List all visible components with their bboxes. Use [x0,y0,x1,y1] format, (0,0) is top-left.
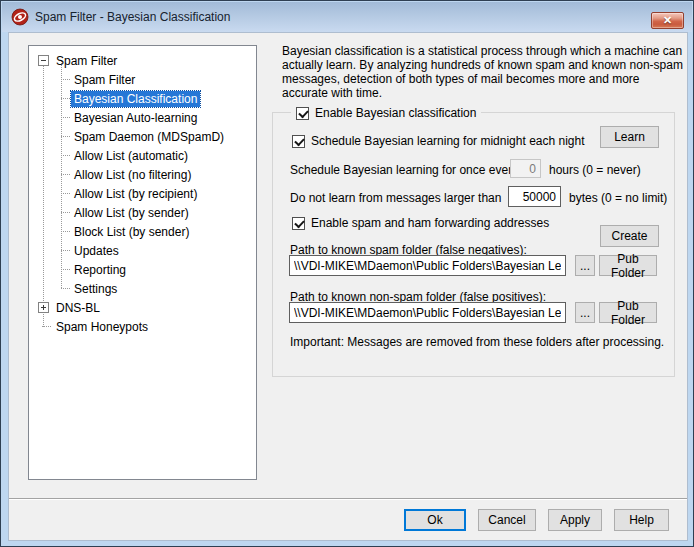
once-every-label: Schedule Bayesian learning for once ever… [290,163,518,177]
description-text: Bayesian classification is a statistical… [282,44,688,100]
max-size-label: Do not learn from messages larger than [290,191,501,205]
sidebar-item-spam-honeypots[interactable]: Spam Honeypots [29,317,256,336]
sidebar-item-spam-filter-root[interactable]: Spam Filter [29,51,256,70]
forwarding-row: Enable spam and ham forwarding addresses [292,216,549,230]
ham-path-browse-button[interactable]: ... [575,302,595,323]
mdaemon-spam-filter-icon [11,8,29,26]
ham-path-pub-folder-button[interactable]: Pub Folder [599,302,657,323]
max-size-input[interactable] [508,186,561,207]
schedule-midnight-row: Schedule Bayesian learning for midnight … [292,134,585,148]
schedule-midnight-checkbox[interactable] [292,135,305,148]
tree-item-label: Allow List (no filtering) [71,167,194,183]
collapse-expander-icon[interactable] [38,55,49,66]
max-size-suffix: bytes (0 = no limit) [569,191,667,205]
create-button[interactable]: Create [600,225,659,247]
settings-tree: Spam Filter Spam Filter Bayesian Classif… [28,45,257,480]
tree-item-label: Reporting [71,262,129,278]
dialog-window: Spam Filter - Bayesian Classification ✕ … [0,0,694,547]
bayesian-groupbox: Enable Bayesian classification Schedule … [272,112,675,377]
sidebar-item-allow-list-by-sender[interactable]: Allow List (by sender) [29,203,256,222]
spam-path-input[interactable] [289,255,566,276]
spam-path-browse-button[interactable]: ... [575,255,595,276]
once-every-suffix: hours (0 = never) [549,163,641,177]
sidebar-item-reporting[interactable]: Reporting [29,260,256,279]
spam-path-pub-folder-button[interactable]: Pub Folder [599,255,657,276]
title-bar: Spam Filter - Bayesian Classification [2,2,692,32]
tree-item-label: Updates [71,243,122,259]
sidebar-item-dns-bl[interactable]: DNS-BL [29,298,256,317]
forwarding-label: Enable spam and ham forwarding addresses [311,216,549,230]
enable-bayesian-checkbox[interactable] [296,107,309,120]
sidebar-item-block-list-by-sender[interactable]: Block List (by sender) [29,222,256,241]
tree-item-label: Allow List (by recipient) [71,186,200,202]
close-icon: ✕ [663,15,672,26]
sidebar-item-allow-list-automatic[interactable]: Allow List (automatic) [29,146,256,165]
dialog-client-area: Spam Filter Spam Filter Bayesian Classif… [8,32,688,541]
tree-item-label: Allow List (automatic) [71,148,191,164]
sidebar-item-bayesian-classification[interactable]: Bayesian Classification [29,89,256,108]
apply-button[interactable]: Apply [548,509,602,531]
close-button[interactable]: ✕ [651,12,684,29]
sidebar-item-spam-daemon[interactable]: Spam Daemon (MDSpamD) [29,127,256,146]
once-every-input[interactable] [510,159,541,178]
enable-bayesian-label: Enable Bayesian classification [315,106,476,120]
tree-item-label: Spam Daemon (MDSpamD) [71,129,227,145]
forwarding-checkbox[interactable] [292,217,305,230]
sidebar-item-allow-list-by-recipient[interactable]: Allow List (by recipient) [29,184,256,203]
schedule-midnight-label: Schedule Bayesian learning for midnight … [311,134,585,148]
enable-bayesian-row: Enable Bayesian classification [291,105,481,121]
tree-item-label: Bayesian Auto-learning [71,110,200,126]
important-note: Important: Messages are removed from the… [290,335,664,349]
sidebar-item-updates[interactable]: Updates [29,241,256,260]
tree-item-label: Block List (by sender) [71,224,192,240]
learn-button[interactable]: Learn [600,126,659,148]
ham-path-input[interactable] [289,302,566,323]
ok-button[interactable]: Ok [404,509,466,531]
sidebar-item-allow-list-no-filtering[interactable]: Allow List (no filtering) [29,165,256,184]
footer-separator [9,498,687,500]
tree-item-label: Spam Filter [53,53,120,69]
cancel-button[interactable]: Cancel [478,509,536,531]
sidebar-item-settings[interactable]: Settings [29,279,256,298]
tree-item-label: Bayesian Classification [71,91,200,107]
expand-expander-icon[interactable] [38,302,49,313]
tree-item-label: DNS-BL [53,300,103,316]
tree-item-label: Settings [71,281,120,297]
tree-item-label: Spam Filter [71,72,138,88]
tree-item-label: Spam Honeypots [53,319,151,335]
sidebar-item-spam-filter[interactable]: Spam Filter [29,70,256,89]
window-title: Spam Filter - Bayesian Classification [35,10,230,24]
help-button[interactable]: Help [614,509,669,531]
tree-item-label: Allow List (by sender) [71,205,192,221]
sidebar-item-bayesian-auto-learning[interactable]: Bayesian Auto-learning [29,108,256,127]
